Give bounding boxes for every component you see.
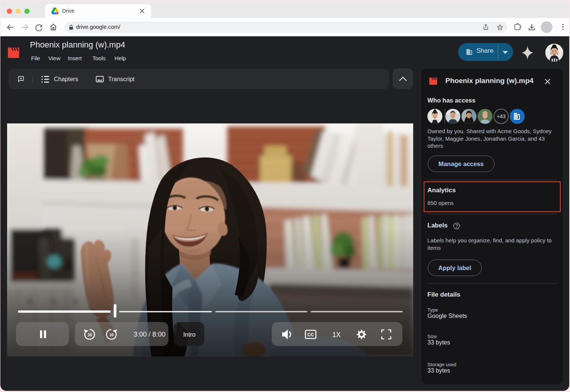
svg-text:Intro: Intro: [183, 331, 195, 338]
svg-text:CC: CC: [307, 332, 314, 337]
svg-text:10: 10: [88, 333, 92, 337]
svg-text:+43: +43: [497, 113, 506, 119]
svg-text:1X: 1X: [332, 331, 341, 339]
svg-text:3:00 / 8:00: 3:00 / 8:00: [134, 331, 165, 338]
svg-text:10: 10: [109, 333, 114, 337]
